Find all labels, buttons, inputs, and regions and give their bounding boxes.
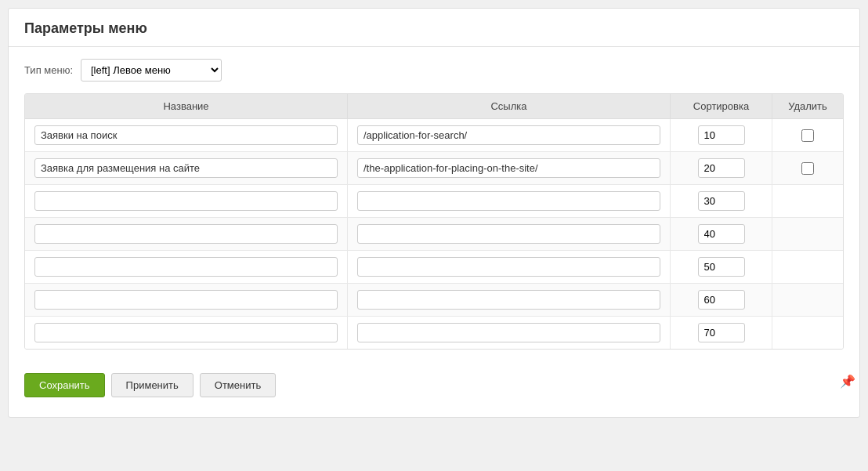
cell-delete-1 bbox=[772, 123, 843, 148]
cell-name-7 bbox=[25, 317, 348, 349]
name-input-5[interactable] bbox=[34, 257, 338, 277]
table-row bbox=[25, 317, 843, 349]
table-row bbox=[25, 284, 843, 317]
name-input-7[interactable] bbox=[34, 323, 338, 342]
delete-checkbox-2[interactable] bbox=[801, 162, 814, 175]
cell-delete-5 bbox=[772, 261, 843, 274]
sort-input-7[interactable] bbox=[698, 323, 745, 342]
cell-name-4 bbox=[25, 218, 348, 250]
cell-delete-2 bbox=[772, 156, 843, 181]
table-row bbox=[25, 185, 843, 218]
table-row bbox=[25, 152, 843, 185]
sort-input-6[interactable] bbox=[698, 290, 745, 310]
apply-button[interactable]: Применить bbox=[111, 373, 193, 397]
header-delete: Удалить bbox=[772, 94, 843, 118]
cell-link-6 bbox=[348, 284, 671, 316]
link-input-7[interactable] bbox=[357, 323, 660, 342]
cell-sort-5 bbox=[671, 251, 772, 283]
table-row bbox=[25, 218, 843, 251]
menu-type-select[interactable]: [left] Левое меню [right] Правое меню [t… bbox=[81, 59, 222, 82]
cell-name-5 bbox=[25, 251, 348, 283]
link-input-1[interactable] bbox=[357, 125, 660, 145]
cell-delete-4 bbox=[772, 228, 843, 241]
cell-sort-2 bbox=[671, 152, 772, 184]
page-title: Параметры меню bbox=[9, 9, 859, 47]
save-button[interactable]: Сохранить bbox=[24, 373, 105, 397]
cell-link-2 bbox=[348, 152, 671, 184]
link-input-5[interactable] bbox=[357, 257, 660, 277]
menu-type-row: Тип меню: [left] Левое меню [right] Прав… bbox=[24, 59, 844, 82]
cell-sort-1 bbox=[671, 119, 772, 151]
header-name: Название bbox=[25, 94, 348, 118]
name-input-6[interactable] bbox=[34, 290, 338, 310]
header-sort: Сортировка bbox=[671, 94, 772, 118]
footer: Сохранить Применить Отменить 📌 bbox=[9, 361, 859, 401]
cell-link-5 bbox=[348, 251, 671, 283]
sort-input-5[interactable] bbox=[698, 257, 745, 277]
link-input-3[interactable] bbox=[357, 191, 660, 211]
table-header: Название Ссылка Сортировка Удалить bbox=[25, 94, 843, 119]
sort-input-3[interactable] bbox=[698, 191, 745, 211]
name-input-3[interactable] bbox=[34, 191, 338, 211]
name-input-2[interactable] bbox=[34, 158, 338, 178]
cell-delete-3 bbox=[772, 195, 843, 208]
menu-table: Название Ссылка Сортировка Удалить bbox=[24, 93, 844, 350]
cancel-button[interactable]: Отменить bbox=[200, 373, 276, 397]
cell-sort-7 bbox=[671, 317, 772, 349]
pin-icon: 📌 bbox=[840, 374, 855, 389]
link-input-4[interactable] bbox=[357, 224, 660, 244]
cell-sort-3 bbox=[671, 185, 772, 217]
header-link: Ссылка bbox=[348, 94, 671, 118]
sort-input-4[interactable] bbox=[698, 224, 745, 244]
cell-sort-6 bbox=[671, 284, 772, 316]
sort-input-2[interactable] bbox=[698, 158, 745, 178]
cell-link-7 bbox=[348, 317, 671, 349]
cell-name-3 bbox=[25, 185, 348, 217]
table-row bbox=[25, 119, 843, 152]
cell-link-1 bbox=[348, 119, 671, 151]
table-row bbox=[25, 251, 843, 284]
page-wrapper: Параметры меню Тип меню: [left] Левое ме… bbox=[8, 8, 860, 418]
name-input-4[interactable] bbox=[34, 224, 338, 244]
link-input-2[interactable] bbox=[357, 158, 660, 178]
menu-type-label: Тип меню: bbox=[24, 64, 73, 76]
cell-sort-4 bbox=[671, 218, 772, 250]
sort-input-1[interactable] bbox=[698, 125, 745, 145]
cell-name-2 bbox=[25, 152, 348, 184]
cell-link-4 bbox=[348, 218, 671, 250]
footer-buttons: Сохранить Применить Отменить bbox=[9, 361, 291, 401]
form-area: Тип меню: [left] Левое меню [right] Прав… bbox=[9, 47, 859, 361]
cell-link-3 bbox=[348, 185, 671, 217]
cell-name-6 bbox=[25, 284, 348, 316]
delete-checkbox-1[interactable] bbox=[801, 129, 814, 142]
link-input-6[interactable] bbox=[357, 290, 660, 310]
name-input-1[interactable] bbox=[34, 125, 338, 145]
cell-delete-7 bbox=[772, 327, 843, 339]
cell-delete-6 bbox=[772, 294, 843, 306]
cell-name-1 bbox=[25, 119, 348, 151]
